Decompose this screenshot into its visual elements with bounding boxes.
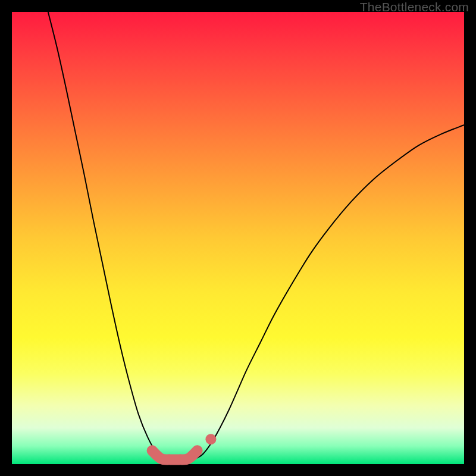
chart-plot-area [12,12,464,464]
curve-left-arm [48,12,175,460]
curve-right-arm [193,125,464,459]
bottom-marker-dot [205,434,216,444]
bottom-marker-run [152,450,198,459]
chart-svg [12,12,464,464]
